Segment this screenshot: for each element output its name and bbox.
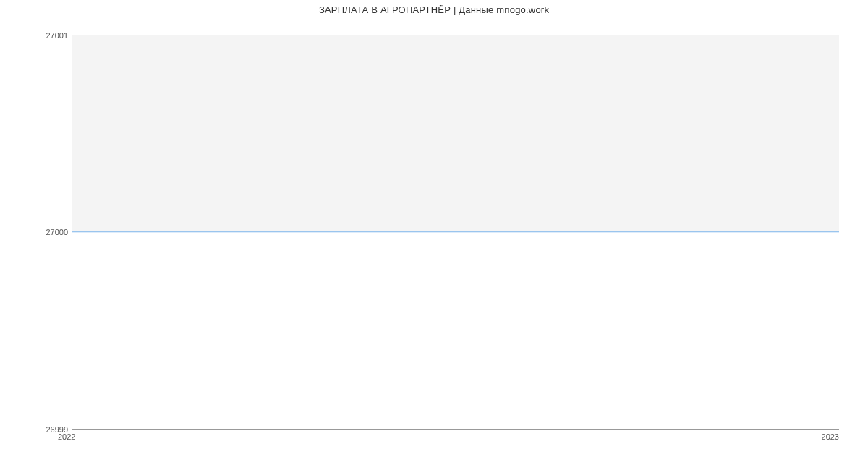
y-tick-mid: 27000 (46, 228, 68, 236)
chart-title: ЗАРПЛАТА В АГРОПАРТНЁР | Данные mnogo.wo… (0, 4, 868, 15)
chart-container: ЗАРПЛАТА В АГРОПАРТНЁР | Данные mnogo.wo… (0, 0, 868, 470)
plot-band (72, 35, 839, 232)
data-line (72, 231, 839, 232)
x-tick-right: 2023 (822, 432, 839, 441)
plot-area (72, 35, 839, 430)
y-tick-top: 27001 (46, 31, 68, 40)
x-tick-left: 2022 (58, 432, 75, 441)
